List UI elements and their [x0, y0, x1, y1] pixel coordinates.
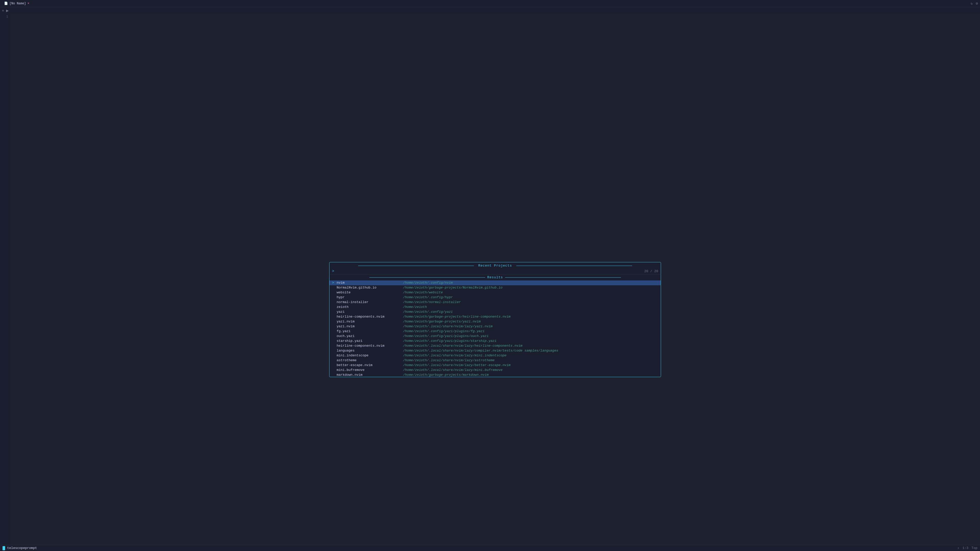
telescope-item-name: markdown.nvim [337, 373, 403, 377]
line-numbers: 1 [0, 14, 10, 545]
telescope-item[interactable]: hypr/home/zeioth/.config/hypr [329, 295, 661, 300]
telescope-item[interactable]: mini.bufremove/home/zeioth/.local/share/… [329, 368, 661, 372]
telescope-item-path: /home/zeioth [403, 305, 658, 309]
telescope-search-prompt: > [332, 269, 334, 273]
telescope-item-name: mini.indentscope [337, 354, 403, 357]
status-icon: ⚡ [957, 546, 959, 550]
telescope-item-name: nvim [337, 281, 403, 285]
status-position: 1:3 [963, 546, 968, 550]
status-mode: telescopeprompt [7, 546, 37, 550]
telescope-item-path: /home/zeioth/.config/yazi/plugins/fg.yaz… [403, 329, 658, 333]
telescope-item-path: /home/zeioth/.local/share/nvim/lazy/heir… [403, 344, 658, 348]
telescope-item[interactable]: heirline-components.nvim/home/zeioth/.lo… [329, 343, 661, 348]
telescope-item-name: zeioth [337, 305, 403, 309]
telescope-item-path: /home/zeioth/.config/yazi/plugins/ouch.y… [403, 334, 658, 338]
telescope-item-name: astrotheme [337, 359, 403, 362]
file-icon: 📄 [4, 2, 8, 5]
telescope-item-path: /home/zeioth/normal-installer [403, 300, 658, 304]
telescope-item[interactable]: ouch.yazi/home/zeioth/.config/yazi/plugi… [329, 333, 661, 338]
telescope-results-list[interactable]: >nvim/home/zeioth/.config/nvimNormalNvim… [329, 280, 661, 377]
status-left: telescopeprompt [3, 546, 37, 550]
telescope-item[interactable]: astrotheme/home/zeioth/.local/share/nvim… [329, 358, 661, 363]
telescope-item[interactable]: mini.indentscope/home/zeioth/.local/shar… [329, 353, 661, 358]
toolbar: ≡ ▶ [0, 7, 980, 14]
telescope-item-path: /home/zeioth/garbage-projects/heirline-c… [403, 315, 658, 319]
telescope-item[interactable]: website/home/zeioth/website [329, 290, 661, 295]
telescope-item-name: yazi.nvim [337, 324, 403, 328]
telescope-item[interactable]: markdown.nvim/home/zeioth/garbage-projec… [329, 372, 661, 377]
play-button[interactable]: ▶ [6, 9, 9, 13]
telescope-item-name: normal-installer [337, 300, 403, 304]
telescope-item[interactable]: starship.yazi/home/zeioth/.config/yazi/p… [329, 338, 661, 343]
telescope-item-path: /home/zeioth/.config/hypr [403, 295, 658, 299]
telescope-item-path: /home/zeioth/.local/share/nvim/lazy/bett… [403, 363, 658, 367]
telescope-item[interactable]: normal-installer/home/zeioth/normal-inst… [329, 300, 661, 305]
line-number-1: 1 [2, 15, 8, 19]
title-bar-controls: ↻ ⚙ [970, 1, 978, 6]
telescope-item[interactable]: yazi.nvim/home/zeioth/.local/share/nvim/… [329, 324, 661, 329]
telescope-item-arrow: > [332, 281, 335, 285]
telescope-item-name: website [337, 291, 403, 294]
telescope-item-name: ouch.yazi [337, 334, 403, 338]
telescope-item-path: /home/zeioth/garbage-projects/yazi.nvim [403, 320, 658, 324]
telescope-item[interactable]: zeioth/home/zeioth [329, 305, 661, 310]
telescope-item-path: /home/zeioth/.local/share/nvim/lazy/yazi… [403, 324, 658, 328]
telescope-item[interactable]: languages/home/zeioth/.local/share/nvim/… [329, 348, 661, 353]
status-right: ⚡ 1:3 Top [957, 546, 977, 550]
status-indicator [3, 546, 5, 550]
telescope-item-path: /home/zeioth/.local/share/nvim/lazy/astr… [403, 359, 658, 362]
status-scroll-position: Top [972, 546, 977, 550]
telescope-recent-projects-title: Recent Projects [329, 262, 661, 268]
telescope-item-path: /home/zeioth/.local/share/nvim/lazy/mini… [403, 368, 658, 372]
telescope-item-name: yazi.nvim [337, 320, 403, 324]
telescope-search-input[interactable] [335, 269, 644, 273]
telescope-item-name: heirline-components.nvim [337, 315, 403, 319]
telescope-item-name: starship.yazi [337, 339, 403, 343]
telescope-item[interactable]: better-escape.nvim/home/zeioth/.local/sh… [329, 363, 661, 368]
tab-name: [No Name] [10, 2, 26, 5]
settings-icon[interactable]: ⚙ [976, 1, 978, 6]
tab-no-name[interactable]: 📄 [No Name] × [2, 1, 32, 6]
telescope-item-path: /home/zeioth/.config/yazi [403, 310, 658, 314]
telescope-item-path: /home/zeioth/.local/share/nvim/lazy/mini… [403, 354, 658, 357]
title-bar: 📄 [No Name] × ↻ ⚙ [0, 0, 980, 7]
menu-button[interactable]: ≡ [2, 9, 4, 13]
telescope-item-path: /home/zeioth/.config/yazi/plugins/starsh… [403, 339, 658, 343]
telescope-item-name: heirline-components.nvim [337, 344, 403, 348]
telescope-results-title: Results [329, 275, 661, 280]
refresh-icon[interactable]: ↻ [970, 1, 973, 6]
telescope-item-name: better-escape.nvim [337, 363, 403, 367]
editor-area: 1 Recent Projects > 20 / 20 Results [0, 14, 980, 545]
telescope-search-count: 20 / 20 [644, 269, 658, 273]
telescope-item[interactable]: fg.yazi/home/zeioth/.config/yazi/plugins… [329, 329, 661, 333]
editor-content: Recent Projects > 20 / 20 Results >nvim/… [10, 14, 980, 545]
telescope-item[interactable]: yazi.nvim/home/zeioth/garbage-projects/y… [329, 319, 661, 324]
telescope-item-path: /home/zeioth/garbage-projects/NormalNvim… [403, 286, 658, 289]
telescope-item-path: /home/zeioth/.local/share/nvim/lazy/comp… [403, 349, 658, 353]
telescope-item-name: fg.yazi [337, 329, 403, 333]
telescope-item-name: yazi [337, 310, 403, 314]
telescope-item-name: NormalNvim.github.io [337, 286, 403, 289]
telescope-item[interactable]: >nvim/home/zeioth/.config/nvim [329, 280, 661, 285]
tab-close-button[interactable]: × [27, 2, 29, 5]
telescope-item-path: /home/zeioth/.config/nvim [403, 281, 658, 285]
telescope-item-name: languages [337, 349, 403, 353]
telescope-item-name: hypr [337, 295, 403, 299]
title-bar-left: 📄 [No Name] × [2, 1, 32, 6]
status-bar: telescopeprompt ⚡ 1:3 Top [0, 545, 980, 551]
telescope-item[interactable]: heirline-components.nvim/home/zeioth/gar… [329, 314, 661, 319]
telescope-item-path: /home/zeioth/garbage-projects/markdown.n… [403, 373, 658, 377]
telescope-item-path: /home/zeioth/website [403, 291, 658, 294]
telescope-search-row: > 20 / 20 [329, 268, 661, 275]
telescope-item[interactable]: yazi/home/zeioth/.config/yazi [329, 310, 661, 314]
telescope-item-name: mini.bufremove [337, 368, 403, 372]
telescope-modal: Recent Projects > 20 / 20 Results >nvim/… [329, 262, 661, 377]
telescope-item[interactable]: NormalNvim.github.io/home/zeioth/garbage… [329, 285, 661, 290]
